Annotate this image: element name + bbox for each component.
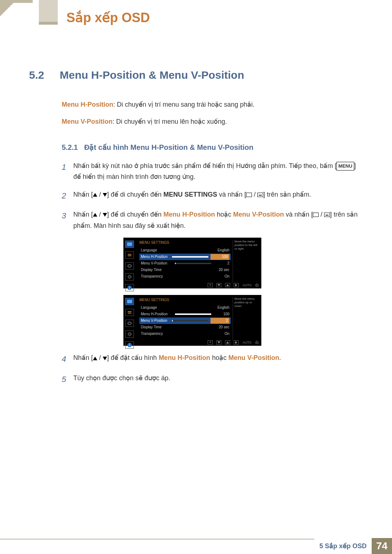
osd-row-language: LanguageEnglish: [139, 247, 231, 254]
section-number: 5.2: [29, 69, 58, 81]
step-number: 4: [62, 352, 73, 366]
menu-h-label: Menu H-Position: [163, 211, 215, 218]
page-footer: 5 Sắp xếp OSD 74: [314, 538, 392, 554]
step-number: 5: [62, 373, 73, 386]
osd-list-icon: [125, 309, 134, 316]
h-position-label: Menu H-Position: [62, 101, 113, 108]
subsection-heading: 5.2.1 Đặt cấu hình Menu H-Position & Men…: [62, 141, 363, 153]
h-position-desc: Menu H-Position: Di chuyển vị trí menu s…: [62, 99, 363, 110]
step-number: 3: [62, 209, 73, 231]
top-stripe: [0, 0, 33, 3]
svg-rect-10: [128, 313, 131, 313]
v-position-text: : Di chuyển vị trí menu lên hoặc xuống.: [113, 118, 227, 125]
osd-screenshots: i MENU SETTINGS LanguageEnglish Menu H-P…: [123, 238, 363, 346]
svg-rect-8: [127, 300, 132, 303]
chapter-tab: [39, 0, 58, 25]
menu-v-label: Menu V-Position: [228, 354, 279, 361]
osd-menu-h: i MENU SETTINGS LanguageEnglish Menu H-P…: [123, 238, 261, 288]
subsection-number: 5.2.1: [62, 143, 78, 151]
svg-rect-2: [128, 255, 131, 256]
section: 5.2 Menu H-Position & Menu V-Position Me…: [29, 69, 363, 393]
osd-row-transparency: TransparencyOn: [139, 273, 231, 280]
osd-row-v-position: Menu V-Position2: [139, 317, 231, 324]
osd-size-icon: [125, 320, 134, 327]
enter-icon: [324, 213, 330, 217]
osd-size-icon: [125, 262, 134, 270]
osd-info-icon: i: [125, 284, 134, 291]
osd-row-h-position: Menu H-Position100: [139, 311, 231, 317]
step-text: Nhấn [ / ] để di chuyển đến MENU SETTING…: [73, 189, 363, 202]
up-icon: [225, 340, 230, 345]
osd-help-text: Move the menu position to the left or ri…: [233, 240, 260, 283]
right-icon: [234, 283, 239, 287]
osd-picture-icon: [125, 241, 134, 248]
v-position-label: Menu V-Position: [62, 118, 113, 125]
osd-menu-v: i MENU SETTINGS LanguageEnglish Menu H-P…: [123, 295, 261, 346]
menu-key: MENU: [336, 162, 354, 171]
menu-settings-label: MENU SETTINGS: [163, 191, 217, 198]
svg-rect-3: [128, 265, 131, 267]
osd-row-v-position: Menu V-Position2: [139, 260, 231, 267]
svg-text:i: i: [129, 286, 130, 290]
enter-icon: [257, 193, 263, 197]
auto-label: AUTO: [242, 340, 252, 345]
osd-slider: [172, 320, 208, 321]
osd-button-hints: ✕ AUTO ⏻: [208, 340, 258, 345]
close-icon: ✕: [208, 283, 213, 287]
osd-help-text: Move the menu position up or down.: [233, 297, 260, 341]
section-body: Menu H-Position: Di chuyển vị trí menu s…: [62, 99, 363, 386]
svg-rect-1: [128, 254, 131, 255]
down-arrow-icon: [103, 357, 107, 360]
osd-list-icon: [125, 251, 134, 259]
osd-info-icon: i: [125, 341, 134, 349]
svg-rect-9: [128, 311, 131, 312]
osd-gear-icon: [125, 273, 134, 280]
power-icon: ⏻: [255, 340, 258, 345]
h-position-text: : Di chuyển vị trí menu sang trái hoặc s…: [113, 101, 254, 108]
footer-label: 5 Sắp xếp OSD: [314, 538, 372, 554]
down-arrow-icon: [103, 193, 107, 197]
right-icon: [234, 340, 239, 345]
osd-gear-icon: [125, 331, 134, 338]
up-icon: [225, 283, 230, 287]
step-4: 4 Nhấn [ / ] để đặt cấu hình Menu H-Posi…: [62, 352, 363, 366]
osd-slider: [175, 263, 211, 264]
step-text: Nhấn [ / ] để đặt cấu hình Menu H-Positi…: [73, 352, 363, 366]
osd-row-h-position: Menu H-Position100: [139, 254, 231, 260]
step-text: Nhấn bất kỳ nút nào ở phía trước sản phẩ…: [73, 160, 363, 182]
step-5: 5 Tùy chọn được chọn sẽ được áp.: [62, 373, 363, 386]
osd-picture-icon: [125, 298, 134, 305]
step-text: Tùy chọn được chọn sẽ được áp.: [73, 373, 363, 386]
osd-title: MENU SETTINGS: [139, 297, 231, 303]
up-arrow-icon: [93, 213, 97, 217]
page-number: 74: [372, 538, 392, 554]
menu-v-label: Menu V-Position: [233, 211, 284, 218]
osd-row-language: LanguageEnglish: [139, 304, 231, 311]
svg-point-12: [128, 333, 131, 335]
power-icon: ⏻: [255, 283, 258, 288]
steps-list: 1 Nhấn bất kỳ nút nào ở phía trước sản p…: [62, 160, 363, 386]
select-icon: [313, 213, 319, 217]
osd-row-display-time: Display Time20 sec: [139, 324, 231, 331]
osd-main: MENU SETTINGS LanguageEnglish Menu H-Pos…: [137, 238, 233, 282]
svg-point-4: [128, 276, 131, 278]
osd-row-transparency: TransparencyOn: [139, 331, 231, 337]
osd-slider: [172, 256, 208, 258]
step-2: 2 Nhấn [ / ] để di chuyển đến MENU SETTI…: [62, 189, 363, 202]
close-icon: ✕: [208, 340, 213, 345]
menu-h-label: Menu H-Position: [159, 354, 210, 361]
svg-rect-0: [127, 243, 132, 246]
step-text: Nhấn [ / ] để di chuyển đến Menu H-Posit…: [73, 209, 363, 231]
down-icon: [216, 340, 221, 345]
osd-title: MENU SETTINGS: [139, 240, 231, 246]
osd-slider: [175, 313, 211, 315]
up-arrow-icon: [93, 357, 97, 360]
osd-row-display-time: Display Time20 sec: [139, 267, 231, 273]
down-icon: [216, 283, 221, 287]
v-position-desc: Menu V-Position: Di chuyển vị trí menu l…: [62, 116, 363, 127]
svg-rect-11: [128, 322, 131, 324]
step-number: 2: [62, 189, 73, 202]
chapter-title: Sắp xếp OSD: [66, 10, 150, 25]
page: Sắp xếp OSD 5.2 Menu H-Position & Menu V…: [0, 0, 392, 554]
auto-label: AUTO: [242, 283, 252, 288]
